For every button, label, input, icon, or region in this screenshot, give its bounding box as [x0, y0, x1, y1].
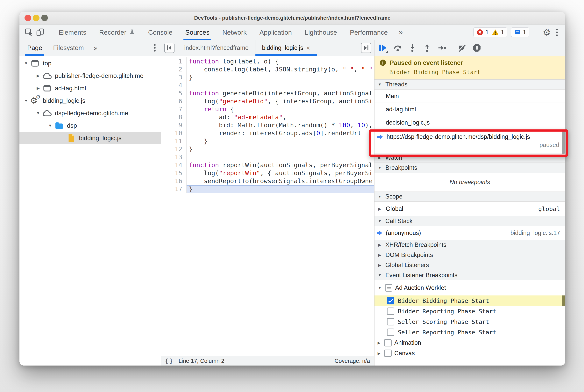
- unchecked-checkbox[interactable]: [387, 328, 394, 336]
- code-line-10[interactable]: 10 render: interestGroup.ads[0].renderUr…: [161, 129, 374, 137]
- line-number[interactable]: 12: [161, 145, 187, 153]
- code-line-3[interactable]: 3}: [161, 74, 374, 81]
- navigator-more-tabs-button[interactable]: »: [89, 44, 102, 52]
- more-options-kebab-icon[interactable]: [554, 28, 560, 36]
- thread-row-ad-tag-html[interactable]: ad-tag.html: [375, 103, 565, 116]
- pause-on-exceptions-button[interactable]: [470, 42, 483, 54]
- unchecked-checkbox[interactable]: [387, 318, 394, 326]
- deactivate-breakpoints-button[interactable]: [456, 42, 469, 54]
- line-number[interactable]: 10: [161, 129, 187, 137]
- show-navigator-icon[interactable]: [164, 43, 174, 53]
- code-line-13[interactable]: 13: [161, 153, 374, 161]
- tab-elements[interactable]: Elements: [52, 24, 93, 40]
- tree-item-bidding-logic-js[interactable]: bidding_logic.js: [19, 132, 161, 144]
- code-line-12[interactable]: 12}: [161, 145, 374, 153]
- elb-category-animation[interactable]: ▶Animation: [375, 338, 565, 348]
- section-dom-breakpoints[interactable]: ▶DOM Breakpoints: [375, 250, 565, 260]
- code-line-17[interactable]: 17}: [161, 185, 374, 193]
- code-line-2[interactable]: 2 console.log(label, JSON.stringify(o, "…: [161, 66, 374, 74]
- line-number[interactable]: 7: [161, 105, 187, 113]
- code-line-5[interactable]: 5function generateBid(interestGroup, auc…: [161, 89, 374, 97]
- code-line-11[interactable]: 11 }: [161, 137, 374, 145]
- unchecked-checkbox[interactable]: [387, 308, 394, 315]
- section-event-listener-breakpoints[interactable]: ▼ Event Listener Breakpoints: [375, 270, 565, 280]
- close-tab-icon[interactable]: ×: [306, 44, 310, 52]
- chevron-down-icon[interactable]: ▼: [34, 111, 42, 116]
- tree-item-top[interactable]: ▼top: [19, 57, 161, 70]
- tab-page[interactable]: Page: [22, 40, 48, 56]
- resume-script-button[interactable]: [376, 42, 389, 54]
- line-number[interactable]: 17: [161, 185, 187, 193]
- code-line-8[interactable]: 8 ad: "ad-metadata",: [161, 113, 374, 121]
- line-number[interactable]: 15: [161, 169, 187, 177]
- section-call-stack[interactable]: ▼ Call Stack: [375, 216, 565, 226]
- code-line-7[interactable]: 7 return {: [161, 105, 374, 113]
- code-line-9[interactable]: 9 bid: Math.floor(Math.random() * 100, 1…: [161, 121, 374, 129]
- resume-dropdown-icon[interactable]: [386, 50, 388, 53]
- settings-gear-icon[interactable]: ⚙: [543, 28, 551, 37]
- tab-lighthouse[interactable]: Lighthouse: [298, 24, 343, 40]
- tab-network[interactable]: Network: [216, 24, 253, 40]
- chevron-down-icon[interactable]: ▼: [22, 61, 30, 66]
- tab-recorder[interactable]: Recorder: [93, 24, 142, 40]
- line-number[interactable]: 2: [161, 66, 187, 74]
- editor-tab-index[interactable]: index.html?fencedframe: [178, 40, 255, 56]
- tree-item-dsp[interactable]: ▼dsp: [19, 119, 161, 132]
- step-into-button[interactable]: [406, 42, 419, 54]
- chevron-right-icon[interactable]: ▶: [34, 74, 42, 78]
- line-number[interactable]: 1: [161, 58, 187, 66]
- navigator-kebab-icon[interactable]: [152, 44, 158, 52]
- section-breakpoints[interactable]: ▼ Breakpoints: [375, 163, 565, 173]
- thread-row-main[interactable]: Main: [375, 90, 565, 103]
- call-stack-frame[interactable]: (anonymous) bidding_logic.js:17: [375, 226, 565, 240]
- elb-category-canvas[interactable]: ▶Canvas: [375, 348, 565, 358]
- tab-filesystem[interactable]: Filesystem: [48, 40, 89, 56]
- open-file-list-icon[interactable]: [361, 43, 371, 53]
- chevron-down-icon[interactable]: ▼: [46, 124, 54, 128]
- section-xhr-fetch-breakpoints[interactable]: ▶XHR/fetch Breakpoints: [375, 240, 565, 250]
- inspect-element-icon[interactable]: [23, 27, 35, 38]
- line-number[interactable]: 6: [161, 97, 187, 105]
- thread-row-decision-logic-js[interactable]: decision_logic.js: [375, 116, 565, 129]
- section-scope[interactable]: ▼ Scope: [375, 192, 565, 202]
- code-line-4[interactable]: 4: [161, 81, 374, 89]
- close-window-button[interactable]: [24, 14, 31, 21]
- line-number[interactable]: 13: [161, 153, 187, 161]
- line-number[interactable]: 8: [161, 113, 187, 121]
- line-number[interactable]: 9: [161, 121, 187, 129]
- zoom-window-button[interactable]: [41, 14, 48, 21]
- elb-item-seller-reporting-phase-start[interactable]: Seller Reporting Phase Start: [375, 327, 565, 338]
- checked-checkbox[interactable]: [387, 297, 394, 304]
- issues-badge[interactable]: 1: [511, 27, 529, 37]
- minimize-window-button[interactable]: [33, 14, 39, 21]
- code-line-6[interactable]: 6 log("generateBid", { interestGroup, au…: [161, 97, 374, 105]
- more-tabs-button[interactable]: »: [394, 28, 407, 36]
- step-button[interactable]: [436, 42, 448, 54]
- elb-item-bidder-bidding-phase-start[interactable]: Bidder Bidding Phase Start: [375, 296, 565, 306]
- elb-item-seller-scoring-phase-start[interactable]: Seller Scoring Phase Start: [375, 316, 565, 327]
- tab-console[interactable]: Console: [142, 24, 179, 40]
- line-number[interactable]: 5: [161, 89, 187, 97]
- pretty-print-icon[interactable]: { }: [165, 358, 173, 364]
- scope-global-row[interactable]: ▶ Global global: [375, 202, 565, 216]
- tree-item-dsp-fledge-demo-glitch-me[interactable]: ▼dsp-fledge-demo.glitch.me: [19, 107, 161, 119]
- line-number[interactable]: 4: [161, 81, 187, 89]
- tree-item-bidding-logic-js[interactable]: ▼⚙⚙bidding_logic.js: [19, 94, 161, 107]
- line-number[interactable]: 3: [161, 74, 187, 81]
- errors-warnings-badge[interactable]: 1 1: [473, 27, 507, 37]
- chevron-down-icon[interactable]: ▼: [22, 98, 30, 103]
- line-number[interactable]: 14: [161, 161, 187, 169]
- tree-item-ad-tag-html[interactable]: ▶ad-tag.html: [19, 82, 161, 94]
- tab-performance[interactable]: Performance: [343, 24, 394, 40]
- code-line-1[interactable]: 1function log(label, o) {: [161, 58, 374, 66]
- section-threads[interactable]: ▼ Threads: [375, 80, 565, 90]
- device-toolbar-icon[interactable]: [35, 27, 46, 38]
- tree-item-publisher-fledge-demo-glitch-me[interactable]: ▶publisher-fledge-demo.glitch.me: [19, 70, 161, 82]
- tab-sources[interactable]: Sources: [179, 24, 216, 40]
- elb-item-bidder-reporting-phase-start[interactable]: Bidder Reporting Phase Start: [375, 306, 565, 316]
- code-line-16[interactable]: 16 sendReportTo(browserSignals.interestG…: [161, 177, 374, 185]
- step-over-button[interactable]: [391, 42, 404, 54]
- line-number[interactable]: 11: [161, 137, 187, 145]
- elb-group-ad-auction-worklet[interactable]: ▼ Ad Auction Worklet: [375, 280, 565, 296]
- line-number[interactable]: 16: [161, 177, 187, 185]
